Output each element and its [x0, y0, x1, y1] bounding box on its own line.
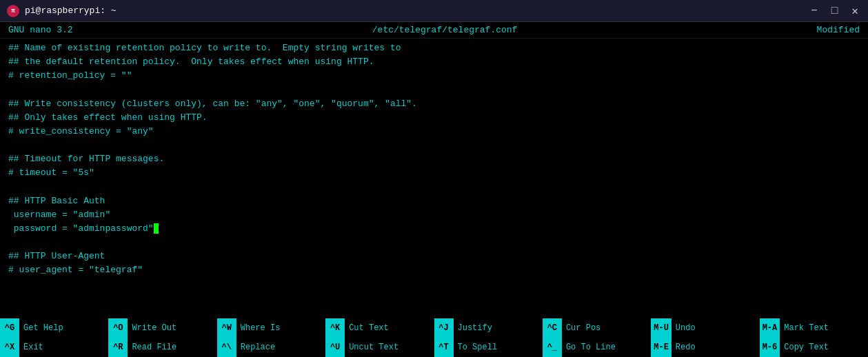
shortcut-item-row2-7[interactable]: M-6Copy Text — [760, 338, 868, 357]
nano-header: GNU nano 3.2 /etc/telegraf/telegraf.conf… — [0, 22, 868, 39]
shortcut-label-row1-6: Undo — [672, 318, 760, 338]
shortcut-key-row1-0: ^G — [0, 318, 19, 338]
shortcut-key-row1-1: ^O — [108, 318, 128, 338]
window-title: pi@raspberrypi: ~ — [25, 6, 117, 16]
shortcut-key-row2-3: ^U — [325, 338, 345, 357]
shortcut-key-row1-3: ^K — [325, 318, 345, 338]
shortcut-item-row2-5[interactable]: ^_Go To Line — [543, 338, 651, 357]
editor-content: ## Name of existing retention policy to … — [0, 41, 868, 277]
nano-version: GNU nano 3.2 — [8, 25, 73, 35]
shortcut-item-row1-7[interactable]: M-AMark Text — [760, 318, 868, 338]
pi-icon: π — [7, 5, 19, 17]
shortcut-key-row2-7: M-6 — [760, 338, 780, 357]
shortcut-label-row2-2: Replace — [236, 338, 325, 357]
shortcut-item-row2-0[interactable]: ^XExit — [0, 338, 108, 357]
nano-modified: Modified — [817, 25, 860, 35]
shortcut-item-row1-2[interactable]: ^WWhere Is — [217, 318, 325, 338]
shortcut-row-1: ^GGet Help^OWrite Out^WWhere Is^KCut Tex… — [0, 318, 868, 338]
shortcut-label-row1-3: Cut Text — [345, 318, 434, 338]
shortcut-label-row2-7: Copy Text — [780, 338, 868, 357]
shortcut-item-row1-1[interactable]: ^OWrite Out — [108, 318, 216, 338]
title-bar-controls[interactable]: − □ ✕ — [808, 3, 861, 19]
shortcut-label-row2-4: To Spell — [454, 338, 543, 357]
close-button[interactable]: ✕ — [849, 3, 861, 19]
shortcut-key-row2-1: ^R — [108, 338, 128, 357]
shortcut-key-row2-0: ^X — [0, 338, 19, 357]
shortcut-label-row2-5: Go To Line — [562, 338, 651, 357]
shortcut-label-row1-2: Where Is — [236, 318, 325, 338]
shortcut-label-row1-5: Cur Pos — [562, 318, 651, 338]
shortcut-key-row2-2: ^\ — [217, 338, 236, 357]
shortcut-item-row1-6[interactable]: M-UUndo — [651, 318, 759, 338]
title-bar: π pi@raspberrypi: ~ − □ ✕ — [0, 0, 868, 22]
shortcut-label-row1-4: Justify — [454, 318, 543, 338]
shortcut-label-row1-1: Write Out — [128, 318, 216, 338]
maximize-button[interactable]: □ — [829, 3, 841, 19]
shortcut-label-row2-1: Read File — [128, 338, 216, 357]
shortcut-key-row2-6: M-E — [651, 338, 672, 357]
shortcut-label-row1-7: Mark Text — [780, 318, 868, 338]
shortcut-label-row2-0: Exit — [19, 338, 108, 357]
shortcut-key-row1-4: ^J — [434, 318, 454, 338]
nano-filename: /etc/telegraf/telegraf.conf — [372, 25, 518, 35]
shortcut-key-row1-5: ^C — [543, 318, 562, 338]
shortcut-item-row2-2[interactable]: ^\Replace — [217, 338, 325, 357]
shortcut-item-row1-4[interactable]: ^JJustify — [434, 318, 543, 338]
shortcut-label-row1-0: Get Help — [19, 318, 108, 338]
shortcut-item-row1-5[interactable]: ^CCur Pos — [543, 318, 651, 338]
shortcut-key-row2-4: ^T — [434, 338, 454, 357]
shortcut-key-row1-2: ^W — [217, 318, 236, 338]
shortcut-item-row1-3[interactable]: ^KCut Text — [325, 318, 434, 338]
shortcut-item-row2-4[interactable]: ^TTo Spell — [434, 338, 543, 357]
shortcut-item-row1-0[interactable]: ^GGet Help — [0, 318, 108, 338]
shortcut-label-row2-3: Uncut Text — [345, 338, 434, 357]
shortcut-item-row2-3[interactable]: ^UUncut Text — [325, 338, 434, 357]
title-bar-left: π pi@raspberrypi: ~ — [7, 5, 117, 17]
editor[interactable]: ## Name of existing retention policy to … — [0, 39, 868, 318]
shortcut-label-row2-6: Redo — [672, 338, 760, 357]
shortcut-item-row2-6[interactable]: M-ERedo — [651, 338, 759, 357]
shortcut-item-row2-1[interactable]: ^RRead File — [108, 338, 216, 357]
minimize-button[interactable]: − — [808, 3, 820, 19]
bottom-bar: ^GGet Help^OWrite Out^WWhere Is^KCut Tex… — [0, 318, 868, 357]
shortcut-key-row2-5: ^_ — [543, 338, 562, 357]
shortcut-key-row1-7: M-A — [760, 318, 780, 338]
shortcut-row-2: ^XExit^RRead File^\Replace^UUncut Text^T… — [0, 338, 868, 357]
shortcut-key-row1-6: M-U — [651, 318, 672, 338]
